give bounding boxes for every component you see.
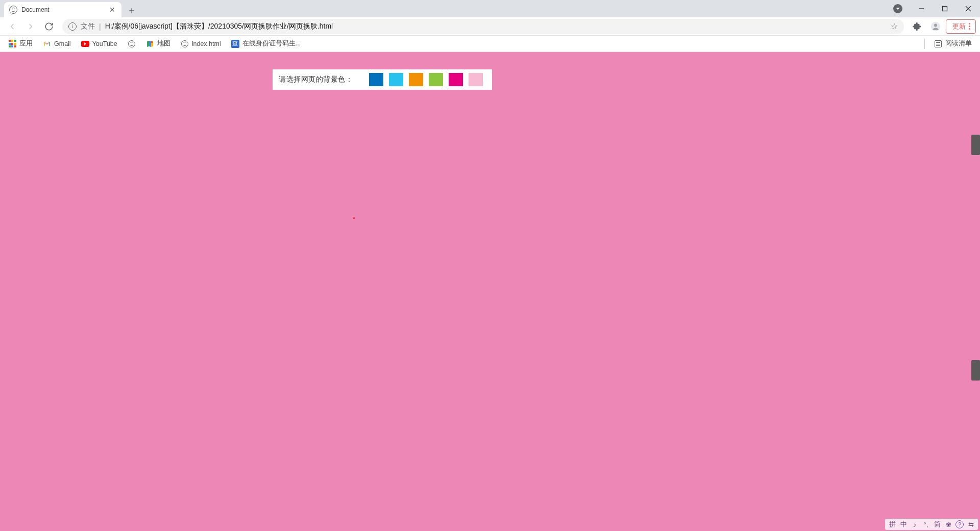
bookmark-label: 在线身份证号码生... <box>242 39 301 48</box>
bookmark-star-icon[interactable]: ☆ <box>891 21 898 31</box>
youtube-icon <box>81 40 89 48</box>
url-divider: | <box>99 22 101 31</box>
bookmark-label: YouTube <box>92 40 117 47</box>
address-bar[interactable]: i 文件 | H:/案例/06[javascript]【潘珠荧】/2021030… <box>62 19 904 34</box>
update-button[interactable]: 更新 <box>946 19 976 34</box>
scrollbar-thumb[interactable] <box>971 135 980 155</box>
color-picker-label: 请选择网页的背景色： <box>279 75 353 84</box>
bookmark-label: 地图 <box>157 39 170 48</box>
swatch-magenta[interactable] <box>449 73 463 86</box>
swatch-blue[interactable] <box>369 73 383 86</box>
bookmark-label: index.html <box>192 40 221 47</box>
swatch-row <box>369 73 483 86</box>
back-button[interactable] <box>4 18 20 35</box>
gmail-icon <box>43 40 51 48</box>
url-scheme-label: 文件 <box>81 22 95 31</box>
update-label: 更新 <box>952 22 966 31</box>
swatch-orange[interactable] <box>409 73 423 86</box>
swatch-sky[interactable] <box>389 73 403 86</box>
extensions-button[interactable] <box>909 18 925 35</box>
window-controls <box>886 0 980 17</box>
separator <box>924 39 925 49</box>
ime-item[interactable]: 中 <box>899 520 908 529</box>
site-info-icon[interactable]: i <box>68 22 77 31</box>
reading-list-icon <box>934 40 942 48</box>
swatch-green[interactable] <box>429 73 443 86</box>
bookmark-apps[interactable]: 应用 <box>4 37 37 50</box>
bookmark-label: Gmail <box>54 40 71 47</box>
globe-icon <box>128 40 136 48</box>
forward-button[interactable] <box>22 18 39 35</box>
globe-icon <box>181 40 189 48</box>
page-viewport: 请选择网页的背景色： <box>0 52 980 531</box>
bookmark-label: 应用 <box>19 39 33 48</box>
reading-list-button[interactable]: 阅读清单 <box>930 37 976 50</box>
kebab-icon <box>969 23 970 30</box>
maximize-button[interactable] <box>933 1 957 16</box>
page-body: 请选择网页的背景色： <box>0 52 980 531</box>
ime-item[interactable]: °, <box>922 520 930 529</box>
new-tab-button[interactable]: ＋ <box>125 3 139 17</box>
svg-point-6 <box>934 23 937 27</box>
apps-icon <box>8 40 16 48</box>
svg-marker-0 <box>896 8 900 10</box>
globe-icon <box>9 6 17 14</box>
close-tab-button[interactable]: ✕ <box>108 6 116 14</box>
ime-item[interactable]: ♪ <box>911 520 919 529</box>
bookmark-idgen[interactable]: 查 在线身份证号码生... <box>227 37 305 50</box>
url-path: H:/案例/06[javascript]【潘珠荧】/20210305/网页换肤作… <box>105 22 887 31</box>
browser-tab-strip: Document ✕ ＋ <box>0 0 980 17</box>
ime-item[interactable]: ❀ <box>944 520 952 529</box>
minimize-button[interactable] <box>910 1 933 16</box>
bookmark-label: 阅读清单 <box>945 39 972 48</box>
bookmark-maps[interactable]: 地图 <box>142 37 175 50</box>
ime-toolbar[interactable]: 拼 中 ♪ °, 简 ❀ ? ⇆ <box>885 519 978 530</box>
svg-point-7 <box>151 41 153 43</box>
cha-icon: 查 <box>231 40 239 48</box>
bookmark-blank1[interactable] <box>124 38 140 50</box>
reload-button[interactable] <box>41 18 57 35</box>
close-window-button[interactable] <box>957 1 980 16</box>
svg-rect-2 <box>943 7 947 11</box>
tab-title: Document <box>21 6 104 13</box>
color-picker-panel: 请选择网页的背景色： <box>273 69 492 90</box>
ime-item[interactable]: 拼 <box>888 520 896 529</box>
bookmarks-bar: 应用 Gmail YouTube 地图 index.html 查 在线身份证号码… <box>0 36 980 52</box>
maps-icon <box>146 40 154 48</box>
cursor-dot <box>353 217 355 219</box>
bookmark-index[interactable]: index.html <box>177 38 225 50</box>
browser-tab[interactable]: Document ✕ <box>4 2 121 17</box>
bookmark-gmail[interactable]: Gmail <box>39 38 75 50</box>
swatch-lightpink[interactable] <box>469 73 483 86</box>
ime-help-icon[interactable]: ? <box>955 520 964 528</box>
bookmark-youtube[interactable]: YouTube <box>77 38 121 50</box>
incognito-indicator[interactable] <box>886 1 910 16</box>
ime-item[interactable]: 简 <box>933 520 941 529</box>
browser-toolbar: i 文件 | H:/案例/06[javascript]【潘珠荧】/2021030… <box>0 17 980 36</box>
scrollbar-thumb[interactable] <box>971 360 980 381</box>
profile-button[interactable] <box>927 18 944 35</box>
ime-menu-icon[interactable]: ⇆ <box>967 520 975 529</box>
